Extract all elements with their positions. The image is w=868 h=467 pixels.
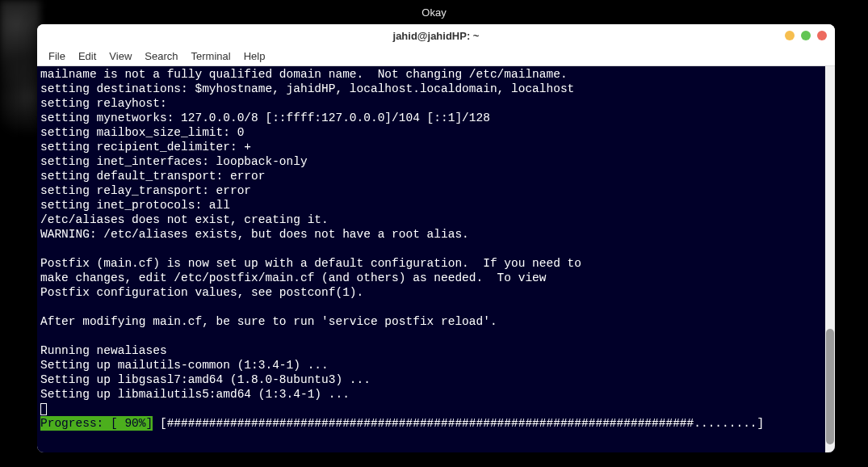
menu-view[interactable]: View xyxy=(104,50,136,62)
menu-file[interactable]: File xyxy=(44,50,70,62)
titlebar: jahid@jahidHP: ~ xyxy=(37,24,835,47)
menu-terminal[interactable]: Terminal xyxy=(187,50,236,62)
terminal-window: jahid@jahidHP: ~ File Edit View Search T… xyxy=(37,24,835,452)
close-button[interactable] xyxy=(817,31,827,40)
maximize-button[interactable] xyxy=(801,31,811,40)
progress-line: Progress: [ 90%] [######################… xyxy=(40,416,832,431)
minimize-button[interactable] xyxy=(785,31,795,40)
terminal-body[interactable]: mailname is not a fully qualified domain… xyxy=(37,66,835,452)
window-title: jahid@jahidHP: ~ xyxy=(393,30,480,42)
scrollbar-thumb[interactable] xyxy=(826,329,834,444)
menubar: File Edit View Search Terminal Help xyxy=(37,47,835,66)
menu-edit[interactable]: Edit xyxy=(73,50,101,62)
menu-search[interactable]: Search xyxy=(140,50,182,62)
terminal-output: mailname is not a fully qualified domain… xyxy=(40,67,832,402)
menu-help[interactable]: Help xyxy=(239,50,270,62)
okay-button[interactable]: Okay xyxy=(421,6,446,19)
background-blur xyxy=(0,0,40,162)
progress-bar: [#######################################… xyxy=(153,416,771,431)
scrollbar[interactable] xyxy=(825,66,835,452)
window-controls xyxy=(785,31,827,40)
cursor xyxy=(40,403,47,415)
progress-label: Progress: [ 90%] xyxy=(40,416,153,431)
